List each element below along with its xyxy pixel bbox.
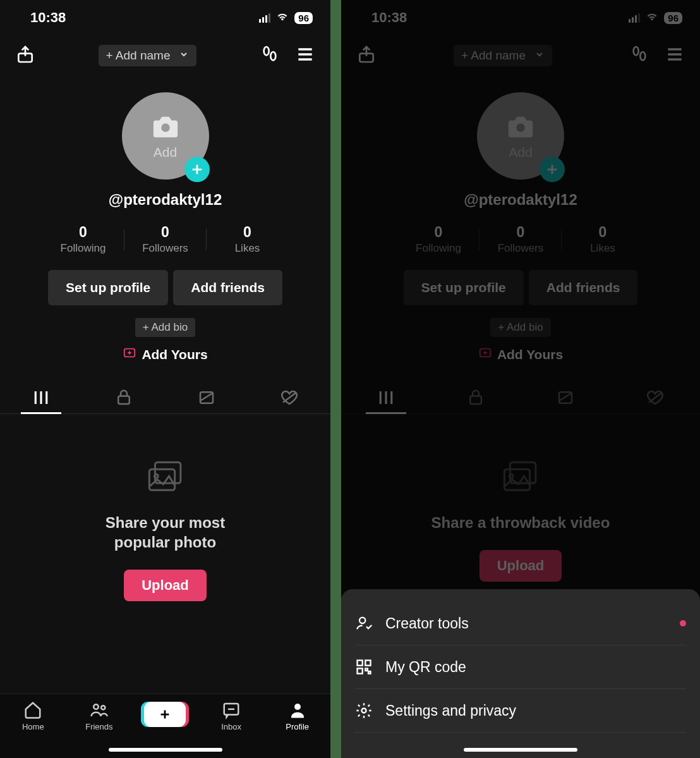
svg-point-10 [94,704,99,709]
tabbar-create[interactable] [132,700,198,727]
stat-likes[interactable]: 0 Likes [207,224,289,255]
actions: Set up profile Add friends [0,270,330,305]
add-photo-button[interactable] [184,157,210,182]
avatar-add-label: Add [154,145,177,160]
add-friends-button[interactable]: Add friends [529,270,638,305]
menu-label: Settings and privacy [385,702,516,719]
avatar-wrap: Add [0,92,330,180]
content-tabs [341,382,700,414]
username: @pterodaktyl12 [341,191,700,209]
notification-dot [680,620,686,627]
add-name-button[interactable]: + Add name [99,45,197,66]
add-yours-label: Add Yours [497,347,563,362]
add-friends-button[interactable]: Add friends [173,270,282,305]
upload-button[interactable]: Upload [124,570,207,601]
add-yours-label: Add Yours [142,347,207,362]
svg-rect-26 [365,661,370,666]
add-yours-button[interactable]: Add Yours [341,346,700,363]
stat-followers[interactable]: 0 Followers [480,224,562,255]
svg-point-15 [634,47,639,55]
tab-private[interactable] [431,382,521,413]
status-right: 96 [629,9,682,27]
create-button[interactable] [144,702,186,727]
add-photo-button[interactable] [540,157,565,182]
actions: Set up profile Add friends [341,270,700,305]
tab-liked[interactable] [610,382,700,413]
svg-point-16 [640,52,645,60]
username: @pterodaktyl12 [0,191,330,209]
tabbar-friends[interactable]: Friends [66,700,133,731]
status-bar: 10:38 96 [0,0,330,35]
signal-icon [629,13,640,23]
svg-point-1 [264,47,269,55]
svg-point-9 [154,474,158,478]
upload-button[interactable]: Upload [480,550,562,582]
stat-likes[interactable]: 0 Likes [562,224,644,255]
add-bio-button[interactable]: + Add bio [490,318,550,337]
svg-point-3 [161,123,169,131]
chevron-down-icon [534,49,545,63]
svg-point-2 [270,52,275,60]
svg-rect-25 [358,661,363,666]
tab-liked[interactable] [248,382,330,413]
add-yours-button[interactable]: Add Yours [0,346,330,363]
stat-following[interactable]: 0 Following [397,224,480,255]
stats-row: 0 Following 0 Followers 0 Likes [341,224,700,255]
svg-rect-27 [358,668,363,673]
svg-point-17 [516,123,524,131]
share-icon[interactable] [15,44,35,67]
camera-icon [506,112,535,144]
svg-point-13 [294,704,301,710]
signal-icon [259,13,270,23]
status-time: 10:38 [30,9,66,26]
avatar-wrap: Add [341,92,700,180]
menu-qr-code[interactable]: My QR code [355,645,686,689]
menu-creator-tools[interactable]: Creator tools [355,602,686,645]
tabbar-home[interactable]: Home [0,700,66,731]
svg-point-11 [101,706,105,709]
camera-icon [151,112,180,144]
add-name-label: + Add name [461,49,526,63]
svg-rect-5 [118,396,130,405]
add-yours-icon [123,346,136,363]
battery-pill: 96 [294,12,313,24]
setup-profile-button[interactable]: Set up profile [48,270,168,305]
image-stack-icon [341,460,700,498]
prompt-text: Share a throwback video [341,513,700,532]
image-stack-icon [0,460,330,498]
stat-following[interactable]: 0 Following [42,224,124,255]
stats-row: 0 Following 0 Followers 0 Likes [0,224,330,255]
add-bio-button[interactable]: + Add bio [135,318,195,337]
tab-private[interactable] [83,382,166,413]
menu-settings[interactable]: Settings and privacy [355,689,686,733]
svg-point-28 [362,709,366,713]
tabbar-inbox[interactable]: Inbox [198,700,265,731]
tab-feed[interactable] [0,382,83,413]
tab-repost[interactable] [166,382,248,413]
menu-icon[interactable] [295,44,315,67]
wifi-icon [275,9,289,27]
menu-label: Creator tools [385,615,469,632]
share-icon[interactable] [356,44,377,67]
add-name-label: + Add name [106,49,171,63]
tab-feed[interactable] [341,382,431,413]
stat-followers[interactable]: 0 Followers [124,224,207,255]
phone-right: 10:38 96 + Add name [341,0,700,758]
tab-repost[interactable] [521,382,610,413]
content-tabs [0,382,330,414]
tabbar-profile[interactable]: Profile [264,700,330,731]
footprint-icon[interactable] [260,44,280,67]
home-indicator [464,748,577,752]
menu-icon[interactable] [665,44,685,67]
menu-sheet: Creator tools My QR code Settings and pr… [341,589,700,758]
chevron-down-icon [179,49,189,63]
add-name-button[interactable]: + Add name [454,45,552,66]
phone-left: 10:38 96 + Add name [0,0,330,758]
content-prompt: Share a throwback video Upload [341,460,700,582]
footprint-icon[interactable] [629,44,649,67]
setup-profile-button[interactable]: Set up profile [404,270,524,305]
menu-label: My QR code [385,659,466,676]
avatar-add-label: Add [509,145,532,160]
home-indicator [109,748,222,752]
wifi-icon [645,9,659,27]
